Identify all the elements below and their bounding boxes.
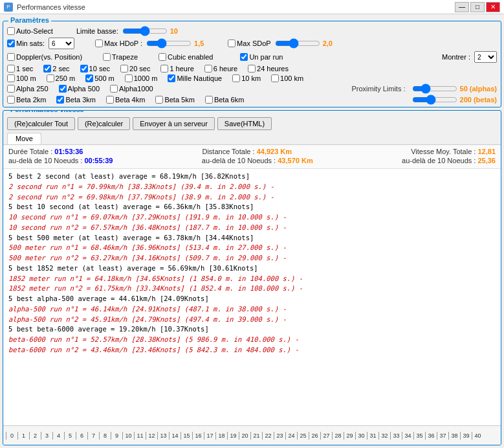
100km-label[interactable]: 100 km — [271, 74, 303, 82]
250m-label[interactable]: 250 m — [47, 74, 76, 82]
cubic-checkbox[interactable] — [159, 53, 166, 61]
au-dela-3-value: 25,36 — [477, 157, 496, 164]
mille-n-label[interactable]: Mille Nautique — [168, 74, 222, 82]
alpha500-checkbox[interactable] — [59, 85, 67, 93]
beta5km-checkbox[interactable] — [155, 96, 163, 104]
500m-checkbox[interactable] — [85, 74, 93, 82]
ruler-tick: 15 — [181, 432, 192, 440]
24heure-label[interactable]: 24 heures — [248, 65, 289, 73]
maximize-button[interactable]: □ — [470, 2, 485, 12]
alpha250-label[interactable]: Alpha 250 — [7, 85, 49, 93]
min-sats-label[interactable]: Min sats: — [7, 39, 45, 47]
title-bar-left: P Performances vitesse — [4, 3, 85, 12]
max-sdop-checkbox[interactable] — [228, 39, 236, 47]
6heure-label[interactable]: 6 heure — [204, 65, 237, 73]
max-sdop-label[interactable]: Max SDoP — [228, 39, 271, 47]
beta6km-label[interactable]: Beta 6km — [205, 96, 244, 104]
10km-checkbox[interactable] — [232, 74, 240, 82]
limite-basse-slider[interactable] — [122, 27, 168, 36]
un-par-run-checkbox[interactable] — [240, 53, 248, 61]
max-sdop-slider-container: 2,0 — [275, 39, 336, 48]
1sec-checkbox[interactable] — [7, 65, 15, 73]
recalculer-button[interactable]: (Re)calculer — [78, 117, 130, 130]
beta5km-label[interactable]: Beta 5km — [155, 96, 194, 104]
un-par-run-label[interactable]: Un par run — [240, 53, 283, 61]
save-html-button[interactable]: Save(HTML) — [217, 117, 272, 130]
duree-value: 01:53:36 — [54, 148, 83, 155]
tab-move[interactable]: Move — [7, 133, 41, 144]
auto-select-label[interactable]: Auto-Select — [7, 27, 53, 35]
envoyer-button[interactable]: Envoyer à un serveur — [133, 117, 215, 130]
trapeze-checkbox[interactable] — [103, 53, 111, 61]
10sec-checkbox[interactable] — [80, 65, 88, 73]
beta3km-label[interactable]: Beta 3km — [56, 96, 95, 104]
list-item: 5 best 500 meter (at least) average = 63… — [8, 233, 496, 243]
alpha1000-label[interactable]: Alpha1000 — [110, 85, 153, 93]
beta2km-checkbox[interactable] — [7, 96, 15, 104]
params-row-2b: Doppler(vs. Position) Trapeze Cubic enab… — [7, 51, 497, 63]
close-button[interactable]: ✕ — [486, 2, 500, 12]
1sec-label[interactable]: 1 sec — [7, 65, 33, 73]
stats-row-2: au-delà de 10 Noeuds : 00:55:39 au-delà … — [8, 157, 496, 164]
1000m-checkbox[interactable] — [125, 74, 133, 82]
ruler-tick: 25 — [297, 432, 309, 440]
2sec-label[interactable]: 2 sec — [43, 65, 69, 73]
montrer-select[interactable]: 2 3 5 10 — [474, 51, 497, 63]
performances-section: Performances vitesse (Re)calculer Tout (… — [3, 110, 501, 445]
scrollbar-area[interactable]: 0123456789101112131415161718192021222324… — [3, 425, 501, 445]
beta-proximity-slider[interactable] — [412, 95, 457, 104]
list-item: 5 best 10 second (at least) average = 66… — [8, 202, 496, 212]
max-hdop-label[interactable]: Max HDoP : — [95, 39, 142, 47]
recalculer-tout-button[interactable]: (Re)calculer Tout — [7, 117, 75, 130]
100m-checkbox[interactable] — [7, 74, 15, 82]
ruler-tick: 12 — [146, 432, 157, 440]
min-sats-checkbox[interactable] — [7, 39, 15, 47]
alpha-proximity-slider[interactable] — [412, 84, 457, 93]
auto-select-checkbox[interactable] — [7, 27, 15, 35]
6heure-checkbox[interactable] — [204, 65, 212, 73]
beta3km-checkbox[interactable] — [56, 96, 64, 104]
doppler-label[interactable]: Doppler(vs. Position) — [7, 53, 82, 61]
beta4km-checkbox[interactable] — [106, 96, 114, 104]
ruler-tick: 22 — [262, 432, 274, 440]
beta-slider-container: 200 (betas) — [412, 95, 497, 104]
au-dela-1-value: 00:55:39 — [84, 157, 113, 164]
trapeze-label[interactable]: Trapeze — [103, 53, 138, 61]
10km-label[interactable]: 10 km — [232, 74, 261, 82]
100m-label[interactable]: 100 m — [7, 74, 36, 82]
proximity-label: Proximity Limits : — [351, 85, 405, 93]
list-item: 10 second run n°1 = 69.07km/h [37.29Knot… — [8, 212, 496, 223]
20sec-checkbox[interactable] — [120, 65, 128, 73]
params-row-1: Auto-Select Limite basse: 10 — [7, 27, 497, 36]
ruler-tick: 8 — [99, 432, 111, 440]
mille-n-checkbox[interactable] — [168, 74, 175, 82]
ruler-tick: 37 — [437, 432, 448, 440]
list-item: 500 meter run n°2 = 63.27km/h [34.16Knot… — [8, 253, 496, 263]
au-dela-1-label: au-delà de 10 Noeuds : — [8, 157, 82, 164]
1heure-label[interactable]: 1 heure — [160, 65, 193, 73]
1000m-label[interactable]: 1000 m — [125, 74, 158, 82]
2sec-checkbox[interactable] — [43, 65, 51, 73]
max-hdop-checkbox[interactable] — [95, 39, 103, 47]
minimize-button[interactable]: — — [455, 2, 469, 12]
ruler-tick: 4 — [52, 432, 64, 440]
alpha1000-checkbox[interactable] — [110, 85, 118, 93]
beta2km-label[interactable]: Beta 2km — [7, 96, 46, 104]
beta6km-checkbox[interactable] — [205, 96, 213, 104]
1heure-checkbox[interactable] — [160, 65, 168, 73]
10sec-label[interactable]: 10 sec — [80, 65, 110, 73]
cubic-label[interactable]: Cubic enabled — [159, 53, 213, 61]
24heure-checkbox[interactable] — [248, 65, 256, 73]
max-sdop-slider[interactable] — [275, 39, 320, 48]
max-hdop-slider[interactable] — [146, 39, 192, 48]
100km-checkbox[interactable] — [271, 74, 279, 82]
250m-checkbox[interactable] — [47, 74, 54, 82]
500m-label[interactable]: 500 m — [85, 74, 115, 82]
duree-label: Durée Totale : — [8, 148, 52, 155]
doppler-checkbox[interactable] — [7, 53, 15, 61]
beta4km-label[interactable]: Beta 4km — [106, 96, 145, 104]
min-sats-select[interactable]: 6 4 5 7 8 — [49, 38, 74, 49]
alpha250-checkbox[interactable] — [7, 85, 15, 93]
20sec-label[interactable]: 20 sec — [120, 65, 150, 73]
alpha500-label[interactable]: Alpha 500 — [59, 85, 100, 93]
